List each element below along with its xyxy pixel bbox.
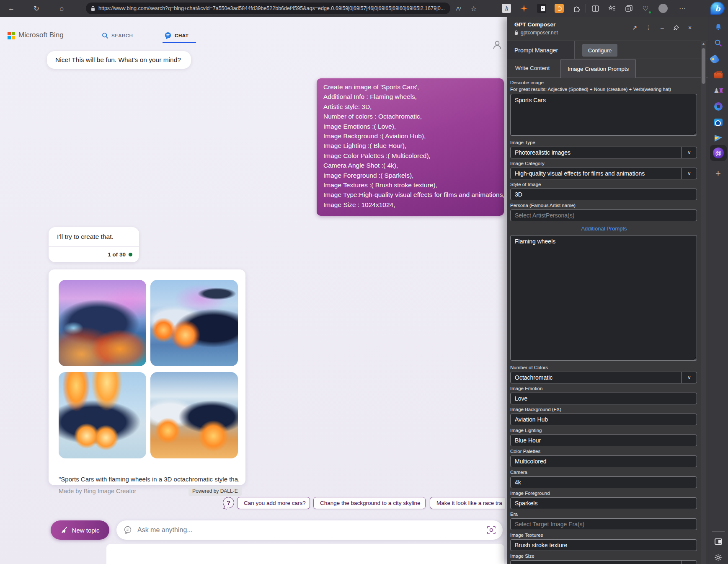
back-icon[interactable]: ←: [6, 3, 17, 13]
search-icon[interactable]: [713, 38, 723, 48]
ms-logo-red: [8, 32, 11, 35]
generated-image-2[interactable]: [150, 280, 238, 366]
camera-input[interactable]: [510, 476, 697, 488]
tab-write-content[interactable]: Write Content: [509, 59, 555, 77]
add-sidebar-item-icon[interactable]: +: [713, 168, 723, 179]
heart-glyph: ♡: [643, 5, 648, 13]
read-aloud-icon[interactable]: A⁾: [453, 3, 464, 13]
extensions-puzzle-icon[interactable]: [572, 4, 581, 13]
toolbox-shape: [714, 72, 723, 78]
user-line: Number of colors : Octachromatic,: [323, 111, 504, 121]
panel-more-options-icon[interactable]: ⋮: [645, 24, 652, 31]
additional-prompts-textarea[interactable]: Flaming wheels: [510, 235, 697, 361]
copilot-b-icon[interactable]: b: [710, 2, 725, 15]
new-topic-button[interactable]: New topic: [51, 520, 109, 540]
image-category-select[interactable]: High-quality visual effects for films an…: [510, 168, 697, 179]
number-of-colors-value: Octachromatic: [515, 374, 552, 381]
open-in-new-window-icon[interactable]: ↗: [631, 24, 638, 31]
number-of-colors-label: Number of Colors: [510, 365, 698, 371]
generated-image-4[interactable]: [150, 372, 238, 458]
search-tab-label: SEARCH: [111, 33, 133, 38]
style-of-image-input[interactable]: [510, 189, 697, 200]
image-emotion-input[interactable]: [510, 393, 697, 404]
broom-icon: [61, 526, 68, 534]
user-line: Image Emotions :( Love),: [323, 122, 504, 131]
reply-text: I'll try to create that.: [49, 227, 139, 246]
generated-image-3[interactable]: [59, 372, 146, 458]
tag-shape: [709, 54, 720, 65]
home-icon[interactable]: ⌂: [56, 3, 67, 13]
era-input[interactable]: [510, 518, 697, 530]
scrollbar-thumb[interactable]: [702, 48, 705, 84]
era-label: Era: [510, 512, 698, 517]
describe-image-textarea[interactable]: Sports Cars: [510, 94, 697, 136]
address-bar[interactable]: https://www.bing.com/search?q=bing+chat&…: [86, 3, 450, 14]
configure-button[interactable]: Configure: [582, 44, 617, 57]
outlook-icon[interactable]: [713, 117, 723, 127]
suggestion-chip-2[interactable]: Change the background to a city skyline: [313, 497, 426, 509]
generated-image-1[interactable]: [59, 280, 146, 366]
user-line: Additional Info : Flaming wheels,: [323, 92, 504, 101]
persona-input[interactable]: [510, 210, 697, 221]
panel-minimize-icon[interactable]: –: [658, 24, 666, 31]
image-lighting-input[interactable]: [510, 435, 697, 446]
tab-image-creation-prompts[interactable]: Image Creation Prompts: [560, 60, 636, 78]
help-question-icon[interactable]: ?: [223, 497, 234, 508]
suggestion-chip-1[interactable]: Can you add more cars?: [237, 497, 310, 509]
drop-paper-plane-icon[interactable]: [713, 133, 723, 143]
extension-starburst-icon[interactable]: [519, 4, 529, 13]
image-foreground-input[interactable]: [510, 497, 697, 509]
url-text: https://www.bing.com/search?q=bing+chat&…: [98, 5, 445, 11]
user-line: Image Foreground :( Sparkels),: [323, 171, 504, 180]
extension-door-icon[interactable]: [537, 4, 546, 13]
image-type-label: Image Type: [510, 140, 698, 146]
tab-search[interactable]: SEARCH: [101, 32, 133, 39]
notifications-bell-icon[interactable]: [713, 22, 723, 32]
toggle-shape: [715, 538, 722, 545]
tools-toolbox-icon[interactable]: [713, 70, 723, 80]
favorites-list-icon[interactable]: [607, 3, 617, 13]
additional-prompts-link[interactable]: Additional Prompts: [510, 225, 698, 232]
extension-orange-icon[interactable]: [555, 4, 564, 13]
scrollbar-up-arrow[interactable]: ▲: [701, 41, 706, 46]
color-palettes-input[interactable]: [510, 455, 697, 467]
panel-pin-icon[interactable]: [672, 24, 680, 31]
image-type-select[interactable]: Photorealistic images ∨: [510, 147, 697, 158]
gpt-composer-extension-icon[interactable]: @: [710, 145, 727, 161]
image-category-label: Image Category: [510, 161, 698, 167]
tab-prompt-manager[interactable]: Prompt Manager: [507, 41, 575, 59]
tab-chat[interactable]: CHAT: [164, 32, 189, 39]
chat-input-bubble-icon: [123, 525, 132, 535]
m365-shape: [714, 102, 723, 111]
image-textures-label: Image Textures: [510, 533, 698, 538]
image-lighting-label: Image Lighting: [510, 428, 698, 434]
made-by-label: Made by Bing Image Creator: [59, 488, 136, 494]
sidebar-settings-gear-icon[interactable]: [713, 552, 723, 562]
panel-scrollbar[interactable]: ▲: [701, 41, 706, 564]
user-line: Create an image of 'Sports Cars',: [323, 82, 504, 92]
ask-me-anything-input[interactable]: [137, 526, 487, 534]
microsoft-365-icon[interactable]: [713, 101, 723, 111]
extension-h-icon[interactable]: h: [502, 4, 511, 13]
hide-sidebar-icon[interactable]: [713, 536, 723, 546]
collections-icon[interactable]: [623, 3, 634, 13]
visual-search-icon[interactable]: [487, 525, 496, 535]
bot-message-reply: I'll try to create that. 1 of 30: [49, 227, 139, 262]
suggestion-chip-3[interactable]: Make it look like a race tra: [430, 497, 505, 509]
games-chess-icon[interactable]: ♟♜: [713, 85, 723, 96]
number-of-colors-select[interactable]: Octachromatic ∨: [510, 372, 697, 383]
panel-close-icon[interactable]: ×: [686, 24, 694, 31]
split-screen-icon[interactable]: [590, 3, 601, 13]
profile-avatar[interactable]: [658, 4, 668, 13]
image-size-select[interactable]: ∨: [510, 560, 697, 564]
image-background-input[interactable]: [510, 414, 697, 425]
image-textures-input[interactable]: [510, 539, 697, 551]
refresh-icon[interactable]: ↻: [31, 3, 42, 13]
user-line: Camera Angle Shot :( 4k),: [323, 160, 504, 170]
sign-in-person-icon[interactable]: [491, 39, 503, 51]
browser-essentials-icon[interactable]: ♡: [640, 3, 651, 13]
bing-brand[interactable]: Microsoft Bing: [18, 31, 64, 39]
shopping-tag-icon[interactable]: [713, 54, 723, 65]
settings-more-icon[interactable]: ⋯: [677, 3, 688, 13]
favorite-star-icon[interactable]: ☆: [468, 3, 479, 13]
